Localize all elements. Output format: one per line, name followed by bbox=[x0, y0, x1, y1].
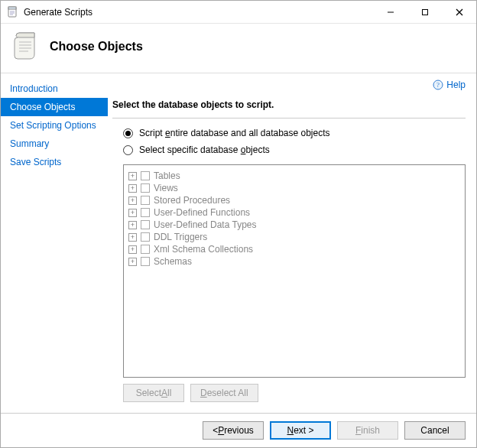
tree-item-ddl-triggers[interactable]: +DDL Triggers bbox=[128, 231, 460, 243]
tree-label: User-Defined Data Types bbox=[154, 219, 257, 230]
sidebar-item-choose-objects[interactable]: Choose Objects bbox=[1, 98, 108, 116]
expand-icon[interactable]: + bbox=[128, 196, 137, 205]
tree-label: Schemas bbox=[154, 256, 192, 267]
window-buttons bbox=[373, 1, 476, 23]
tree-label: Tables bbox=[154, 170, 180, 181]
previous-button[interactable]: < Previous bbox=[203, 421, 264, 440]
tree-item-stored-procedures[interactable]: +Stored Procedures bbox=[128, 194, 460, 206]
page-title: Choose Objects bbox=[50, 40, 143, 54]
close-button[interactable] bbox=[442, 1, 476, 23]
checkbox[interactable] bbox=[141, 196, 150, 205]
checkbox[interactable] bbox=[141, 208, 150, 217]
tree-label: User-Defined Functions bbox=[154, 207, 250, 218]
wizard-window: Generate Scripts Choose Objects Introduc… bbox=[0, 0, 477, 448]
tree-item-schemas[interactable]: +Schemas bbox=[128, 255, 460, 268]
svg-rect-6 bbox=[422, 9, 427, 15]
app-icon bbox=[7, 6, 19, 18]
tree-label: Views bbox=[154, 183, 178, 193]
wizard-body: Introduction Choose Objects Set Scriptin… bbox=[1, 73, 476, 413]
wizard-header: Choose Objects bbox=[1, 24, 476, 73]
minimize-button[interactable] bbox=[373, 1, 407, 23]
deselect-all-button: Deselect All bbox=[190, 384, 258, 402]
expand-icon[interactable]: + bbox=[128, 233, 137, 242]
instruction-label: Select the database objects to script. bbox=[112, 99, 466, 110]
tree-item-user-defined-functions[interactable]: +User-Defined Functions bbox=[128, 206, 460, 219]
expand-icon[interactable]: + bbox=[128, 221, 137, 229]
radio-select-specific[interactable]: Select specific database objects bbox=[123, 144, 466, 155]
expand-icon[interactable]: + bbox=[128, 258, 137, 266]
help-icon[interactable]: ? bbox=[433, 80, 443, 90]
sidebar-item-introduction[interactable]: Introduction bbox=[1, 80, 108, 98]
divider bbox=[112, 118, 466, 118]
tree-label: Xml Schema Collections bbox=[154, 244, 253, 255]
wizard-sidebar: Introduction Choose Objects Set Scriptin… bbox=[1, 73, 108, 413]
checkbox[interactable] bbox=[141, 245, 150, 254]
svg-rect-1 bbox=[8, 7, 16, 9]
expand-icon[interactable]: + bbox=[128, 209, 137, 217]
radio-label: Script entire database and all database … bbox=[139, 128, 330, 138]
checkbox[interactable] bbox=[141, 183, 150, 193]
selection-buttons: Select All Deselect All bbox=[123, 384, 466, 402]
radio-script-entire[interactable]: Script entire database and all database … bbox=[123, 128, 466, 138]
help-row: ? Help bbox=[112, 80, 466, 90]
tree-item-views[interactable]: +Views bbox=[128, 182, 460, 194]
tree-label: DDL Triggers bbox=[154, 232, 207, 242]
wizard-content: ? Help Select the database objects to sc… bbox=[108, 73, 476, 413]
window-title: Generate Scripts bbox=[24, 7, 373, 18]
titlebar: Generate Scripts bbox=[1, 1, 476, 24]
checkbox[interactable] bbox=[141, 220, 150, 229]
next-button[interactable]: Next > bbox=[270, 421, 331, 440]
wizard-footer: < Previous Next > Finish Cancel bbox=[1, 413, 476, 447]
sidebar-item-summary[interactable]: Summary bbox=[1, 135, 108, 153]
sidebar-item-save-scripts[interactable]: Save Scripts bbox=[1, 153, 108, 171]
expand-icon[interactable]: + bbox=[128, 184, 137, 193]
svg-text:?: ? bbox=[436, 81, 440, 89]
finish-button: Finish bbox=[337, 421, 398, 440]
checkbox[interactable] bbox=[141, 232, 150, 242]
expand-icon[interactable]: + bbox=[128, 172, 137, 180]
tree-item-user-defined-data-types[interactable]: +User-Defined Data Types bbox=[128, 219, 460, 231]
tree-item-xml-schema-collections[interactable]: +Xml Schema Collections bbox=[128, 243, 460, 255]
sidebar-item-set-scripting-options[interactable]: Set Scripting Options bbox=[1, 116, 108, 135]
script-icon bbox=[11, 31, 42, 62]
checkbox[interactable] bbox=[141, 171, 150, 180]
expand-icon[interactable]: + bbox=[128, 245, 137, 254]
tree-item-tables[interactable]: +Tables bbox=[128, 170, 460, 182]
cancel-button[interactable]: Cancel bbox=[404, 421, 466, 440]
tree-label: Stored Procedures bbox=[154, 195, 230, 206]
radio-icon bbox=[123, 128, 133, 138]
object-tree[interactable]: +Tables +Views +Stored Procedures +User-… bbox=[123, 164, 466, 378]
help-link[interactable]: Help bbox=[446, 80, 466, 90]
radio-label: Select specific database objects bbox=[139, 144, 270, 155]
maximize-button[interactable] bbox=[407, 1, 442, 23]
radio-group: Script entire database and all database … bbox=[123, 128, 466, 161]
select-all-button: Select All bbox=[123, 384, 184, 402]
radio-icon bbox=[123, 145, 133, 155]
checkbox[interactable] bbox=[141, 257, 150, 266]
